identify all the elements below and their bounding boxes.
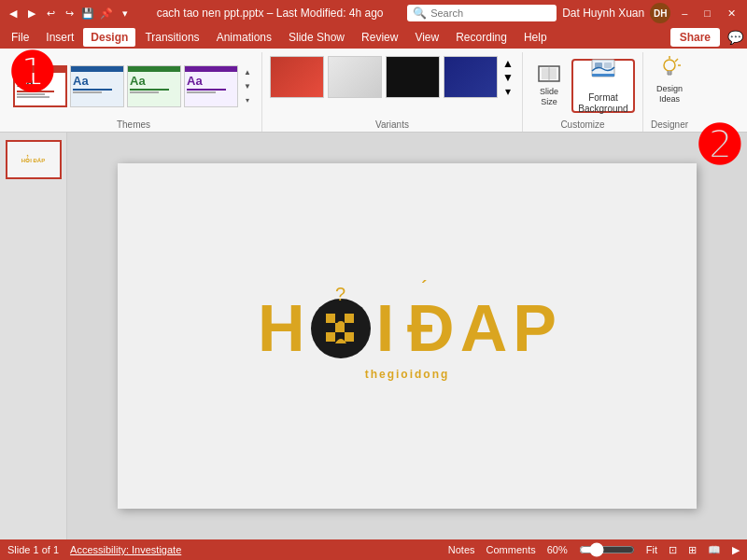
variant-2[interactable] [328, 56, 382, 98]
svg-rect-6 [604, 63, 612, 68]
variant-scroll[interactable]: ▲ ▼ ▾ [501, 56, 514, 98]
theme-down-icon[interactable]: ▼ [244, 82, 251, 91]
file-name: cach tao nen ppt.pptx [157, 7, 264, 20]
variant-down-icon[interactable]: ▼ [502, 71, 514, 84]
a-letter: A [460, 291, 508, 366]
slide-info: Slide 1 of 1 [7, 544, 59, 555]
view-slidesorter-icon[interactable]: ⊞ [688, 544, 697, 556]
designer-label: Designer [651, 116, 688, 132]
variant-3[interactable] [386, 56, 440, 98]
forward-icon[interactable]: ▶ [24, 6, 39, 21]
menu-recording[interactable]: Recording [448, 28, 514, 47]
svg-rect-17 [345, 323, 354, 332]
slide-mini-text: HỎI ĐÁP [21, 157, 45, 163]
variant-4[interactable] [444, 56, 498, 98]
svg-rect-20 [345, 332, 354, 342]
hoi-accent: ? [335, 284, 345, 305]
modified-time: Last Modified: 4h ago [276, 7, 384, 20]
maximize-button[interactable]: □ [698, 7, 716, 19]
slide-thumb-content: HỎI ĐÁP [7, 142, 60, 177]
h-letter: H [258, 291, 305, 366]
zoom-slider[interactable] [579, 544, 635, 555]
main-area: 1 HỎI ĐÁP H [0, 133, 747, 539]
customize-icon[interactable]: ▾ [118, 6, 133, 21]
svg-rect-15 [326, 323, 335, 332]
search-input[interactable] [430, 7, 543, 19]
design-ideas-icon [658, 56, 681, 82]
window-controls-left: ◀ ▶ ↩ ↪ 💾 📌 ▾ [6, 6, 133, 21]
format-bg-label: FormatBackground [578, 92, 627, 115]
o-circle-logo: ? [311, 299, 371, 358]
status-right: Notes Comments 60% Fit ⊡ ⊞ 📖 ▶ [448, 544, 740, 556]
slide-1-thumb[interactable]: HỎI ĐÁP [6, 140, 62, 179]
slide-size-icon [538, 65, 560, 85]
svg-point-21 [337, 321, 345, 329]
main-logo: H [258, 291, 557, 366]
slide-size-label: SlideSize [540, 87, 558, 107]
menu-view[interactable]: View [407, 28, 446, 47]
title-bar: ◀ ▶ ↩ ↪ 💾 📌 ▾ cach tao nen ppt.pptx – La… [0, 0, 747, 26]
theme-more-icon[interactable]: ▾ [246, 96, 249, 105]
close-button[interactable]: ✕ [722, 7, 741, 20]
theme-2[interactable]: Aa [70, 65, 124, 107]
svg-line-9 [675, 59, 678, 62]
format-bg-icon [590, 58, 616, 89]
view-presentation-icon[interactable]: ▶ [732, 544, 740, 556]
designer-group: DesignIdeas Designer [643, 52, 696, 132]
design-ideas-button[interactable]: DesignIdeas [651, 56, 688, 105]
save-icon[interactable]: 💾 [80, 6, 95, 21]
dap-accent: ´ [421, 278, 427, 298]
menu-slideshow[interactable]: Slide Show [281, 28, 352, 47]
variant-up-icon[interactable]: ▲ [502, 57, 514, 70]
search-box[interactable]: 🔍 [407, 5, 557, 21]
designer-items: DesignIdeas [651, 56, 688, 116]
undo-icon[interactable]: ↩ [43, 6, 58, 21]
menu-animations[interactable]: Animations [209, 28, 279, 47]
d-letter: Đ ´ [407, 291, 455, 366]
status-bar: Slide 1 of 1 Accessibility: Investigate … [0, 539, 747, 560]
comment-icon[interactable]: 💬 [727, 30, 743, 45]
search-icon: 🔍 [413, 7, 427, 20]
menu-help[interactable]: Help [516, 28, 555, 47]
themes-group: Aa Aa [6, 52, 262, 132]
pin-icon[interactable]: 📌 [99, 6, 114, 21]
variant-1[interactable] [270, 56, 324, 98]
customize-label: Customize [560, 116, 604, 132]
user-name: Dat Huynh Xuan [562, 7, 644, 20]
menu-design[interactable]: Design [83, 28, 135, 47]
menu-review[interactable]: Review [354, 28, 405, 47]
menu-insert[interactable]: Insert [38, 28, 81, 47]
format-background-button[interactable]: FormatBackground [571, 59, 635, 113]
theme-up-icon[interactable]: ▲ [244, 68, 251, 77]
accessibility-note[interactable]: Accessibility: Investigate [70, 544, 181, 555]
theme-4[interactable]: Aa [184, 65, 238, 107]
variant-more-icon[interactable]: ▾ [505, 85, 511, 98]
svg-point-7 [664, 60, 675, 71]
minimize-button[interactable]: – [676, 7, 693, 19]
theme-3[interactable]: Aa [127, 65, 181, 107]
canvas-area[interactable]: H [67, 133, 747, 539]
slide-size-button[interactable]: SlideSize [530, 62, 568, 110]
theme-scroll[interactable]: ▲ ▼ ▾ [241, 65, 254, 107]
themes-items: Aa Aa [13, 56, 254, 116]
view-reading-icon[interactable]: 📖 [708, 544, 721, 556]
fit-button[interactable]: Fit [646, 544, 657, 555]
menu-transitions[interactable]: Transitions [137, 28, 206, 47]
back-icon[interactable]: ◀ [6, 6, 21, 21]
variants-items: ▲ ▼ ▾ [270, 56, 514, 116]
i-letter: I [376, 291, 394, 366]
customize-group: SlideSize FormatBackground [523, 52, 643, 132]
theme-default[interactable]: Aa [13, 65, 67, 107]
redo-icon[interactable]: ↪ [62, 6, 77, 21]
user-avatar[interactable]: DH [650, 3, 670, 23]
slide-panel: 1 HỎI ĐÁP [0, 133, 67, 539]
menu-bar: File Insert Design Transitions Animation… [0, 26, 747, 49]
svg-rect-4 [592, 74, 614, 77]
view-normal-icon[interactable]: ⊡ [669, 544, 677, 556]
comments-button[interactable]: Comments [486, 544, 536, 555]
p-letter: P [513, 291, 557, 366]
notes-button[interactable]: Notes [448, 544, 475, 555]
share-button[interactable]: Share [670, 28, 720, 47]
menu-file[interactable]: File [4, 28, 36, 47]
slide-canvas[interactable]: H [118, 163, 697, 509]
